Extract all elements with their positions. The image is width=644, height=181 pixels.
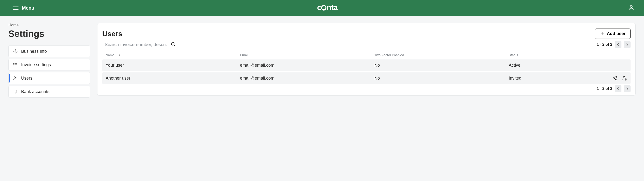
search-input[interactable] [105, 42, 167, 47]
svg-point-4 [15, 51, 16, 52]
prev-page-button[interactable] [615, 41, 622, 48]
sidebar-item-bank-accounts[interactable]: Bank accounts [8, 86, 90, 98]
svg-point-8 [14, 63, 14, 64]
svg-point-10 [14, 66, 14, 66]
svg-point-12 [16, 77, 17, 78]
sidebar-item-label: Users [21, 76, 32, 81]
col-tfa[interactable]: Two-Factor enabled [374, 53, 508, 57]
pagination-text: 1 - 2 of 2 [597, 87, 612, 91]
cell-name: Another user [106, 76, 240, 81]
menu-label: Menu [22, 5, 34, 11]
breadcrumb[interactable]: Home [8, 23, 90, 27]
list-icon [13, 62, 18, 67]
menu-button[interactable]: Menu [13, 5, 34, 11]
remove-user-icon[interactable] [622, 75, 627, 81]
chevron-right-icon [626, 43, 628, 46]
users-icon [13, 76, 18, 81]
pagination-top: 1 - 2 of 2 [597, 41, 630, 48]
table-row[interactable]: Another user email@email.com No Invited [102, 72, 630, 84]
svg-point-13 [14, 90, 17, 91]
chevron-left-icon [617, 87, 619, 90]
pagination-bottom: 1 - 2 of 2 [597, 85, 630, 92]
svg-point-11 [14, 77, 16, 78]
cell-tfa: No [374, 63, 508, 68]
svg-point-9 [14, 64, 14, 65]
main-panel: Users Add user 1 - 2 of 2 [97, 23, 636, 96]
svg-text:c: c [317, 4, 321, 12]
profile-icon[interactable] [628, 4, 634, 11]
cell-email: email@email.com [240, 63, 374, 68]
sidebar-item-label: Bank accounts [21, 89, 50, 94]
brand-logo: c nta [317, 4, 346, 12]
svg-line-17 [174, 45, 175, 46]
svg-point-3 [630, 5, 632, 7]
table-row[interactable]: Your user email@email.com No Active [102, 59, 630, 71]
sidebar-item-label: Invoice settings [21, 62, 51, 67]
chevron-left-icon [617, 43, 619, 46]
table-header: Name Email Two-Factor enabled Status [102, 51, 630, 59]
prev-page-button[interactable] [615, 85, 622, 92]
next-page-button[interactable] [624, 41, 630, 48]
add-user-button[interactable]: Add user [595, 28, 630, 39]
resend-invite-icon[interactable] [612, 75, 618, 81]
search-icon[interactable] [170, 41, 176, 48]
svg-text:nta: nta [327, 4, 338, 12]
next-page-button[interactable] [624, 85, 630, 92]
cell-status: Active [508, 63, 596, 68]
sidebar-item-invoice-settings[interactable]: Invoice settings [8, 59, 90, 71]
col-name[interactable]: Name [106, 53, 114, 57]
cell-name: Your user [106, 63, 240, 68]
sidebar-item-label: Business info [21, 49, 47, 54]
svg-point-22 [623, 76, 625, 78]
chevron-right-icon [626, 87, 628, 90]
cell-email: email@email.com [240, 76, 374, 81]
hamburger-icon [13, 6, 18, 10]
sidebar-item-users[interactable]: Users [8, 72, 90, 84]
col-status[interactable]: Status [508, 53, 596, 57]
app-header: Menu c nta [0, 0, 644, 16]
plus-icon [600, 32, 604, 36]
sort-icon[interactable] [116, 53, 120, 57]
sidebar-item-business-info[interactable]: Business info [8, 45, 90, 57]
col-email[interactable]: Email [240, 53, 374, 57]
sidebar: Home Settings Business info Invoice sett… [8, 23, 90, 98]
cell-status: Invited [508, 76, 596, 81]
page-title: Settings [8, 29, 90, 39]
cell-tfa: No [374, 76, 508, 81]
coins-icon [13, 89, 18, 94]
panel-title: Users [102, 30, 122, 38]
pagination-text: 1 - 2 of 2 [597, 42, 612, 47]
svg-point-16 [172, 42, 174, 45]
gear-icon [13, 49, 18, 54]
add-user-label: Add user [607, 31, 626, 36]
